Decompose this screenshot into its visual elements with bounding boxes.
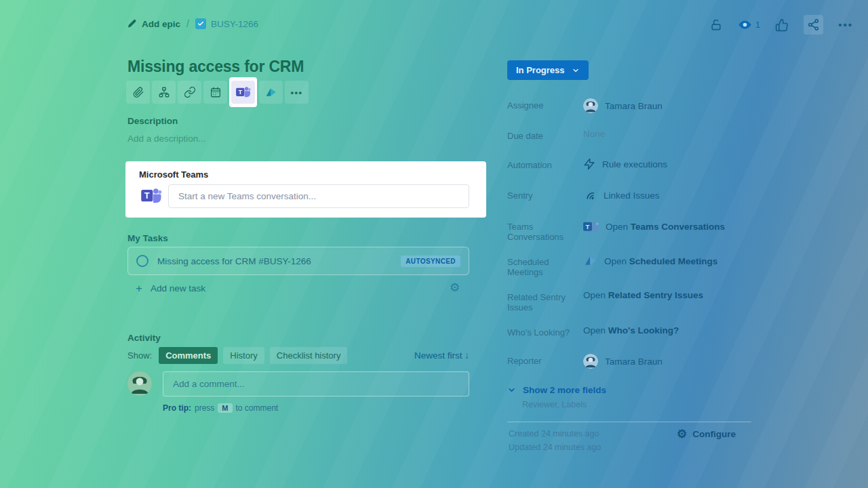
share-icon[interactable] bbox=[804, 15, 823, 35]
link-bold-label: Related Sentry Issues bbox=[608, 290, 703, 300]
status-label: In Progress bbox=[516, 65, 565, 75]
field-label: Due date bbox=[507, 129, 583, 141]
activity-filter-row: Show: Comments History Checklist history… bbox=[127, 347, 469, 364]
created-timestamp: Created 24 minutes ago bbox=[509, 429, 599, 439]
comment-row bbox=[127, 371, 469, 396]
add-new-task-button[interactable]: + Add new task bbox=[136, 283, 205, 294]
attachment-button[interactable] bbox=[126, 81, 150, 104]
m-key-badge: M bbox=[218, 403, 232, 413]
sentry-icon bbox=[583, 188, 597, 202]
teams-spotlight-panel: Microsoft Teams T bbox=[125, 161, 486, 218]
due-date-none: None bbox=[583, 129, 605, 139]
open-related-sentry-issues-link[interactable]: Open Related Sentry Issues bbox=[583, 290, 703, 300]
due-date-value[interactable]: None bbox=[583, 129, 605, 139]
tab-history[interactable]: History bbox=[223, 347, 264, 364]
pro-tip-prefix: Pro tip: bbox=[163, 403, 191, 413]
configure-button[interactable]: ⚙ Configure bbox=[677, 428, 736, 440]
open-whos-looking-link[interactable]: Open Who's Looking? bbox=[583, 325, 679, 336]
calendar-button[interactable] bbox=[203, 81, 227, 104]
open-prefix: Open bbox=[604, 256, 629, 266]
avatar bbox=[127, 371, 152, 396]
pro-tip: Pro tip: press M to comment bbox=[163, 403, 278, 413]
field-reporter: Reporter Tamara Braun bbox=[507, 354, 751, 369]
toolbar-more-icon[interactable]: ••• bbox=[285, 81, 309, 104]
field-automation: Automation Rule executions bbox=[507, 158, 751, 170]
autosynced-badge: AUTOSYNCED bbox=[401, 256, 460, 267]
tasks-settings-gear-icon[interactable]: ⚙ bbox=[450, 282, 460, 293]
activity-label: Activity bbox=[127, 333, 161, 343]
tab-checklist-history[interactable]: Checklist history bbox=[270, 347, 348, 364]
linked-issues-link[interactable]: Linked Issues bbox=[583, 188, 660, 202]
field-sentry: Sentry Linked Issues bbox=[507, 188, 751, 202]
teams-icon: T bbox=[141, 186, 162, 205]
teams-button-spotlight: T bbox=[229, 77, 257, 107]
assignee-value[interactable]: Tamara Braun bbox=[583, 98, 663, 113]
field-label: Who's Looking? bbox=[507, 325, 583, 338]
link-button[interactable] bbox=[178, 81, 201, 104]
issue-main-column: Add epic / BUSY-1266 1 ••• bbox=[127, 0, 488, 488]
field-label: Related Sentry Issues bbox=[507, 290, 583, 312]
meetings-icon bbox=[583, 255, 597, 267]
field-assignee: Assignee Tamara Braun bbox=[507, 98, 751, 113]
open-prefix: Open bbox=[583, 290, 608, 300]
open-scheduled-meetings-link[interactable]: Open Scheduled Meetings bbox=[583, 255, 717, 267]
plus-icon: + bbox=[136, 283, 142, 294]
more-actions-icon[interactable]: ••• bbox=[838, 19, 853, 30]
issue-toolbar: T ••• bbox=[126, 81, 309, 104]
linked-issues-label: Linked Issues bbox=[604, 190, 660, 201]
pro-tip-press: press bbox=[195, 403, 214, 413]
field-scheduled-meetings: Scheduled Meetings Open Scheduled Meetin… bbox=[507, 255, 751, 277]
breadcrumb: Add epic / BUSY-1266 bbox=[127, 18, 258, 29]
my-tasks-label: My Tasks bbox=[127, 233, 168, 243]
thumbs-up-icon[interactable] bbox=[775, 18, 789, 32]
link-bold-label: Who's Looking? bbox=[608, 325, 679, 336]
subtasks-button[interactable] bbox=[152, 81, 176, 104]
show-more-label: Show 2 more fields bbox=[523, 385, 606, 395]
pencil-icon bbox=[127, 19, 137, 28]
description-label: Description bbox=[127, 116, 178, 126]
open-teams-conversations-link[interactable]: T Open Teams Conversations bbox=[583, 220, 725, 234]
chevron-down-icon bbox=[507, 386, 516, 394]
description-placeholder[interactable]: Add a description... bbox=[127, 134, 206, 144]
field-label: Automation bbox=[507, 158, 583, 170]
pro-tip-suffix: to comment bbox=[236, 403, 279, 413]
field-label: Assignee bbox=[507, 98, 583, 110]
avatar bbox=[583, 98, 598, 113]
meetings-icon bbox=[264, 87, 277, 98]
sort-order-button[interactable]: Newest first ↓ bbox=[414, 350, 469, 361]
status-dropdown[interactable]: In Progress bbox=[507, 60, 589, 80]
field-due-date: Due date None bbox=[507, 129, 751, 141]
avatar bbox=[583, 354, 598, 369]
lightning-icon bbox=[583, 158, 595, 170]
comment-input[interactable] bbox=[163, 371, 469, 396]
show-more-fields-button[interactable]: Show 2 more fields bbox=[507, 385, 606, 395]
meetings-button[interactable] bbox=[259, 81, 283, 104]
tab-comments[interactable]: Comments bbox=[159, 347, 218, 364]
page-title: Missing access for CRM bbox=[127, 58, 304, 76]
reporter-name: Tamara Braun bbox=[605, 357, 663, 367]
rule-executions-link[interactable]: Rule executions bbox=[583, 158, 667, 170]
task-row[interactable]: Missing access for CRM #BUSY-1266 AUTOSY… bbox=[127, 247, 469, 275]
link-bold-label: Scheduled Meetings bbox=[629, 256, 718, 266]
open-prefix: Open bbox=[606, 222, 631, 232]
add-task-label: Add new task bbox=[151, 283, 205, 293]
teams-panel-title: Microsoft Teams bbox=[139, 169, 208, 180]
teams-button[interactable]: T bbox=[231, 81, 255, 104]
field-related-sentry-issues: Related Sentry Issues Open Related Sentr… bbox=[507, 290, 751, 312]
task-checkbox[interactable] bbox=[136, 255, 149, 267]
svg-text:T: T bbox=[238, 89, 242, 96]
field-label: Reporter bbox=[507, 354, 583, 366]
assignee-name: Tamara Braun bbox=[605, 101, 663, 111]
issue-key-link[interactable]: BUSY-1266 bbox=[195, 18, 258, 29]
configure-label: Configure bbox=[692, 429, 736, 439]
issue-sidebar: In Progress Assignee Tamara Braun Due da… bbox=[507, 0, 751, 488]
issue-key-label: BUSY-1266 bbox=[211, 19, 258, 29]
add-epic-button[interactable]: Add epic bbox=[127, 19, 180, 29]
reporter-value[interactable]: Tamara Braun bbox=[583, 354, 663, 369]
teams-conversation-input[interactable] bbox=[168, 184, 469, 208]
teams-icon: T bbox=[583, 220, 599, 234]
watch-count: 1 bbox=[755, 20, 761, 30]
svg-text:T: T bbox=[144, 190, 150, 201]
breadcrumb-separator: / bbox=[186, 18, 189, 29]
field-label: Scheduled Meetings bbox=[507, 255, 583, 277]
